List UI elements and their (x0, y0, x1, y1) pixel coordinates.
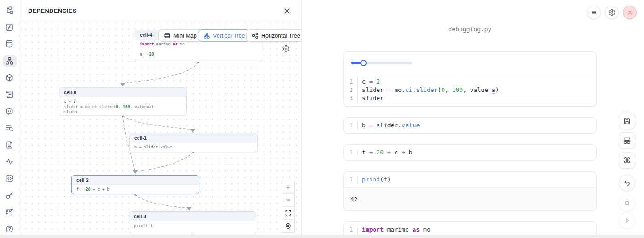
code-token: print(f) (134, 223, 153, 228)
cell-code-editor[interactable]: 123c = 2slider = mo.ui.slider(0, 100, va… (344, 74, 596, 106)
graph-node-cell-0[interactable]: cell-0c = 2slider = mo.ui.slider(0, 100,… (59, 87, 187, 116)
code-token: slider (416, 86, 437, 93)
sidebar-item-help[interactable] (3, 223, 17, 235)
line-number-gutter: 1 (344, 176, 358, 184)
code-line: import marimo as mo (362, 226, 431, 234)
code-line: a = 20 (140, 52, 257, 57)
package-icon (5, 74, 14, 82)
zoom-out-button[interactable] (282, 194, 294, 207)
code-token: + (402, 149, 405, 156)
code-token: 20 (149, 52, 154, 57)
scroll-icon (5, 90, 14, 99)
line-number: 1 (344, 78, 353, 86)
cell-code-editor[interactable]: 1f = 20 + c + b (344, 145, 596, 160)
layout-button[interactable] (619, 132, 635, 149)
fit-view-button[interactable] (282, 207, 294, 220)
dependencies-panel-header: DEPENDENCIES (19, 0, 301, 22)
sidebar-item-logs[interactable] (3, 89, 17, 101)
stop-button[interactable] (619, 195, 635, 211)
graph-node-cell-3[interactable]: cell-3print(f) (129, 211, 256, 234)
line-number-gutter: 123 (344, 78, 358, 102)
slider-track[interactable] (351, 62, 412, 64)
shutdown-button[interactable] (623, 6, 637, 19)
code-token: marimo (154, 42, 173, 46)
run-button[interactable] (619, 212, 635, 229)
save-icon (623, 117, 631, 125)
gear-icon (282, 45, 290, 53)
panel-title: DEPENDENCIES (28, 7, 77, 14)
code-token: , (463, 86, 470, 93)
sidebar-item-scratchpad[interactable] (3, 206, 17, 218)
sidebar-item-secrets[interactable] (3, 189, 17, 201)
locate-button[interactable] (282, 220, 294, 232)
sidebar-item-chat[interactable] (3, 105, 17, 117)
code-line: c = 2 (362, 78, 499, 86)
graph-node-cell-1[interactable]: cell-1b = slider.value (129, 133, 258, 152)
arrowhead (186, 207, 192, 210)
code-token (398, 149, 402, 156)
graph-node-title: cell-0 (59, 88, 186, 97)
code-token: + c + b (91, 187, 109, 192)
button-label: Vertical Tree (213, 33, 245, 39)
graph-view-button-vertical-tree[interactable]: Vertical Tree (198, 29, 250, 42)
settings-button[interactable] (605, 6, 619, 19)
code-token: . (398, 122, 402, 129)
undo-button[interactable] (619, 175, 635, 191)
graph-view-button-horizontal-tree[interactable]: Horizontal Tree (246, 29, 301, 42)
cell-code-editor[interactable]: 1print(f) (344, 172, 596, 187)
code-token: b (362, 122, 369, 129)
code-token: = (387, 86, 395, 93)
commands-button[interactable]: ⌘ (619, 152, 635, 169)
chat-icon (5, 107, 14, 116)
stop-icon (623, 199, 631, 207)
code-token: 2 (73, 99, 75, 104)
sidebar-item-dependencies[interactable] (3, 55, 17, 67)
plus-icon (285, 184, 292, 191)
line-number: 3 (344, 94, 353, 102)
code-line: slider = mo.ui.slider(0, 100, value=a) (362, 86, 499, 94)
code-token (384, 149, 387, 156)
code-lines: f = 20 + c + b (358, 148, 413, 157)
sidebar-item-snippets[interactable] (3, 139, 17, 151)
code-block-icon (5, 174, 14, 183)
sidebar-item-data-sources[interactable] (3, 38, 17, 50)
code-token: c (362, 78, 369, 85)
menu-button[interactable] (587, 6, 601, 19)
cell-code-editor[interactable]: 1b = slider.value (344, 118, 596, 133)
sidebar-item-variables[interactable] (3, 22, 17, 34)
file-tree-icon (5, 6, 14, 15)
graph-settings-gear-icon[interactable] (280, 43, 291, 54)
command-icon: ⌘ (623, 156, 631, 165)
code-token: 0 (441, 86, 445, 93)
sidebar-item-code-block[interactable] (3, 173, 17, 185)
code-token: value (470, 86, 488, 93)
minus-icon (285, 197, 292, 204)
dependency-graph-canvas[interactable]: cell-4import marimo as moa = 20cell-0c =… (19, 22, 301, 235)
zoom-in-button[interactable] (282, 181, 294, 194)
cell-card: 1b = slider.value (343, 117, 597, 134)
code-line: import marimo as mo (140, 42, 257, 47)
bottom-status-strip (0, 235, 644, 238)
sidebar-item-find[interactable] (3, 122, 17, 134)
close-icon (627, 9, 633, 16)
sidebar-item-file-explorer[interactable] (3, 5, 17, 17)
slider-thumb[interactable] (360, 60, 367, 66)
code-token: slider (362, 95, 384, 102)
code-token: slider = mo.ui.slider( (64, 104, 116, 109)
play-icon (623, 216, 631, 225)
code-token: as (413, 226, 420, 233)
sidebar-item-tracing[interactable] (3, 156, 17, 168)
code-token: f (362, 149, 369, 156)
line-number: 1 (344, 121, 353, 130)
list-search-icon (5, 124, 14, 132)
sidebar-item-packages[interactable] (3, 72, 17, 84)
save-button[interactable] (619, 113, 635, 129)
code-lines: print(f) (358, 176, 391, 184)
graph-node-cell-2[interactable]: cell-2f = 20 + c + b (71, 175, 199, 194)
code-lines: c = 2slider = mo.ui.slider(0, 100, value… (358, 78, 499, 102)
graph-node-title: cell-2 (72, 176, 199, 185)
code-token (405, 149, 409, 156)
code-line: print(f) (362, 176, 391, 184)
close-panel-icon[interactable] (282, 6, 292, 16)
graph-view-button-mini-map[interactable]: Mini Map (158, 29, 202, 42)
